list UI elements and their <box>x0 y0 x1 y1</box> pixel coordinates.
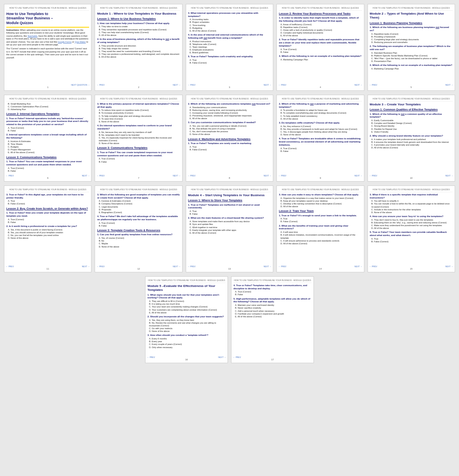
page-1-number: 1 <box>47 86 49 89</box>
page-9-top-label: HOW TO USE TEMPLATES TO STREAMLINE YOUR … <box>279 97 362 101</box>
page-9-q2: 2. Which of the following is not a purpo… <box>279 103 362 109</box>
page-11-q3: 3. True or False? In this digital age, y… <box>6 193 89 200</box>
page-17-number: 17 <box>271 358 274 361</box>
page-1-top-label: HOW TO USE TEMPLATES TO STREAMLINE YOUR … <box>6 7 89 11</box>
page-7-top-label: HOW TO USE TEMPLATES TO STREAMLINE YOUR … <box>97 97 180 101</box>
page-8-top-label: HOW TO USE TEMPLATES TO STREAMLINE YOUR … <box>188 97 271 101</box>
page-9-q3: 3. Do templates stifle creativity? Choos… <box>279 122 362 125</box>
page-12-number: 12 <box>137 267 140 270</box>
page-2-module-title: Module 1 - Where to Use Templates in You… <box>97 12 180 16</box>
page-5-q1: 1. Which of the following are business p… <box>370 26 453 32</box>
page-11-q2: 2. Is it worth hiring a professional to … <box>6 225 89 228</box>
page-10-top-label: HOW TO USE TEMPLATES TO STREAMLINE YOUR … <box>370 97 453 101</box>
page-2-q1-d: D. All of the above <box>97 34 180 37</box>
page-10-number: 10 <box>410 176 412 180</box>
page-2-q2-c: C. They avoid the need for customization… <box>97 50 180 53</box>
page-7: HOW TO USE TEMPLATES TO STREAMLINE YOUR … <box>95 95 182 182</box>
page-6-q2: 2. Internal operations templates cover a… <box>6 133 89 140</box>
page-15-q5: 5. True or False? Your team members can … <box>370 231 453 237</box>
page-5-number: 5 <box>410 86 412 89</box>
page-12-lesson: Lesson 3: Template Creation Tools & Reso… <box>97 229 180 232</box>
page-9: HOW TO USE TEMPLATES TO STREAMLINE YOUR … <box>276 95 364 182</box>
page-12-top-label: HOW TO USE TEMPLATES TO STREAMLINE YOUR … <box>97 188 180 192</box>
page-13-q2: 2. What are the main features of a cloud… <box>188 217 271 220</box>
page-10-q1: 1. Which of the following is not a commo… <box>370 113 453 119</box>
page-8-q1: 1. True or False? Templates are rarely u… <box>188 142 271 145</box>
page-4-q3: 3. Which of the following is not an exam… <box>279 55 362 58</box>
page-5: HOW TO USE TEMPLATES TO STREAMLINE YOUR … <box>368 4 455 91</box>
page-3: HOW TO USE TEMPLATES TO STREAMLINE YOUR … <box>186 4 273 91</box>
page-8-number: 8 <box>229 176 230 180</box>
page-3-q4: 4. In the area of internal and external … <box>188 34 271 40</box>
page-7-number: 7 <box>138 176 139 180</box>
row-2: HOW TO USE TEMPLATES TO STREAMLINE YOUR … <box>0 95 459 186</box>
page-16-q2: 2. Should you incorporate all the change… <box>147 315 226 319</box>
page-14-q1: 1. True or False? It's enough to send yo… <box>279 214 362 217</box>
page-2-q1-c: C. They can help start overwhelming task… <box>97 31 180 34</box>
page-7-lesson: Lesson 3: Communications Templates <box>97 146 180 150</box>
page-6: HOW TO USE TEMPLATES TO STREAMLINE YOUR … <box>4 95 91 182</box>
page-5-lesson: Lesson 1: Business Planning Templates <box>370 21 453 25</box>
page-1-instructions: Instructions: When uploading your course… <box>6 29 89 47</box>
page-11: HOW TO USE TEMPLATES TO STREAMLINE YOUR … <box>4 186 91 272</box>
page-16-module: Module 5 –Evaluate the Effectiveness of … <box>147 284 226 292</box>
page-2-q1-b: B. They streamline repeatable processes … <box>97 28 180 31</box>
page-3-top-label: HOW TO USE TEMPLATES TO STREAMLINE YOUR … <box>188 7 271 11</box>
row-3: HOW TO USE TEMPLATES TO STREAMLINE YOUR … <box>0 186 459 276</box>
page-2-q1: 1. How can templates help your business?… <box>97 22 180 25</box>
page-15-number: 15 <box>410 267 412 270</box>
page-4: HOW TO USE TEMPLATES TO STREAMLINE YOUR … <box>276 4 364 91</box>
page-17-q4: 4. True or False? Templates take time, c… <box>233 284 312 290</box>
page-6-q3: 1. True or False? You can create templat… <box>6 160 89 167</box>
page-2-q2-b: B. They help shape the context <box>97 47 180 50</box>
page-11-top-label: HOW TO USE TEMPLATES TO STREAMLINE YOUR … <box>6 188 89 192</box>
page-6-top-label: HOW TO USE TEMPLATES TO STREAMLINE YOUR … <box>6 97 89 101</box>
page-3-q5: 5. True or False? Templates curb creativ… <box>188 55 271 58</box>
page-2: HOW TO USE TEMPLATES TO STREAMLINE YOUR … <box>95 4 182 91</box>
page-13-lesson: Lesson 1: Where to Store Your Templates <box>188 199 271 202</box>
page-2-q2-e: E. All of the above <box>97 56 180 58</box>
page-2-q2-a: A. They provide structure and direction <box>97 45 180 47</box>
page-6-number: 6 <box>47 176 49 180</box>
page-13-q1: 1. True or False? Templates are ineffect… <box>188 204 271 210</box>
page-1-title: How to Use Templates toStreamline Your B… <box>6 12 89 26</box>
page-15-top-label: HOW TO USE TEMPLATES TO STREAMLINE YOUR … <box>370 188 453 192</box>
page-14-lesson: Lesson 2: Train Your Team <box>279 209 362 213</box>
page-13-number: 13 <box>228 267 231 270</box>
page-1-note: The 'Correct' answer is indicated in eac… <box>6 47 89 59</box>
page-4-number: 4 <box>320 86 321 89</box>
page-1-divider <box>6 27 89 28</box>
page-4-lesson: Lesson 2: Review Your Business Processes… <box>279 12 362 15</box>
page-17-top-label: HOW TO USE TEMPLATES TO STREAMLINE YOUR … <box>233 279 312 283</box>
page-5-q3: 3. Which of the following is not an exam… <box>370 64 453 67</box>
page-8-q2: 2. Which of the following are communicat… <box>188 103 271 106</box>
page-12-q1: 1. Can you find good quality templates f… <box>97 233 180 236</box>
page-7-q3: 3. What is the primary purpose of intern… <box>97 103 180 109</box>
page-15-q3: 3. What if there is a specific template … <box>370 193 453 200</box>
page-4-top-label: HOW TO USE TEMPLATES TO STREAMLINE YOUR … <box>279 7 362 11</box>
page-16-q1: 1. What signs should you look out for th… <box>147 294 226 300</box>
page-4-q1: 1. In order to identify tasks that might… <box>279 17 362 23</box>
page-7-q1: 1. True or False? You can create templat… <box>97 151 180 157</box>
page-12: HOW TO USE TEMPLATES TO STREAMLINE YOUR … <box>95 186 182 272</box>
page-5-module: Module 2 – Types of Templates (And When … <box>370 12 453 20</box>
page-16-top-label: HOW TO USE TEMPLATES TO STREAMLINE YOUR … <box>147 279 226 283</box>
page-8: HOW TO USE TEMPLATES TO STREAMLINE YOUR … <box>186 95 273 182</box>
page-16: HOW TO USE TEMPLATES TO STREAMLINE YOUR … <box>145 276 228 363</box>
page-14: HOW TO USE TEMPLATES TO STREAMLINE YOUR … <box>276 186 364 272</box>
page-14-q3: 3. How can you make it easy to share tem… <box>279 193 362 197</box>
page-2-q1-a: A. They take no time to create <box>97 25 180 28</box>
row-4: HOW TO USE TEMPLATES TO STREAMLINE YOUR … <box>0 276 459 367</box>
page-14-number: 14 <box>319 267 322 270</box>
page-5-q2: 2. The following are examples of busines… <box>370 45 453 51</box>
page-10-lesson: Lesson 1: Common Qualities of Effective … <box>370 108 453 111</box>
page-3-number: 3 <box>229 86 230 89</box>
page-5-top-label: HOW TO USE TEMPLATES TO STREAMLINE YOUR … <box>370 7 453 11</box>
page-6-lesson2: Lesson 3: Communications Templates <box>6 156 89 159</box>
page-8-q3: 3. Can you customize communications temp… <box>188 121 271 124</box>
page-7-q4: 4. Do internal operations templates need… <box>97 124 180 131</box>
page-9-q4: 4. True or False? Templates are invaluab… <box>279 137 362 146</box>
page-13-module: Module 4 – Start Using Templates in Your… <box>188 193 271 197</box>
page-13: HOW TO USE TEMPLATES TO STREAMLINE YOUR … <box>186 186 273 272</box>
page-2-number: 2 <box>138 86 139 89</box>
